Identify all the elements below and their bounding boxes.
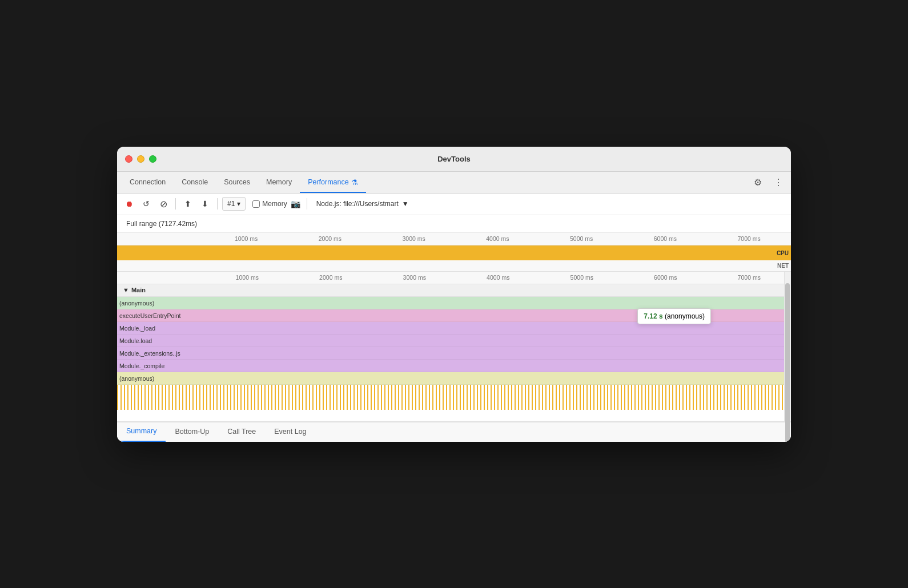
section-name: Main [131, 287, 146, 293]
separator-2 [217, 198, 218, 210]
flame-row-anonymous-2[interactable]: (anonymous) [117, 372, 791, 385]
flame-time-mark-1: 1000 ms [206, 274, 290, 281]
flame-time-mark-0 [122, 274, 206, 281]
timeline-area: 1000 ms 2000 ms 3000 ms 4000 ms 5000 ms … [117, 233, 791, 272]
download-button[interactable]: ⬇ [198, 196, 212, 211]
flame-ruler: 1000 ms 2000 ms 3000 ms 4000 ms 5000 ms … [117, 272, 791, 284]
tab-connection[interactable]: Connection [122, 171, 174, 193]
flame-block-module-ext: Module._extensions..js [117, 348, 784, 359]
tab-console[interactable]: Console [174, 171, 216, 193]
devtools-window: DevTools Connection Console Sources Memo… [117, 147, 791, 442]
tab-memory[interactable]: Memory [258, 171, 300, 193]
time-mark-5: 5000 ms [540, 235, 624, 242]
node-dropdown-button[interactable]: ▼ [402, 200, 409, 208]
close-button[interactable] [125, 155, 132, 163]
flask-icon: ⚗ [351, 178, 358, 187]
flame-row-module-ext[interactable]: Module._extensions..js [117, 347, 791, 360]
tabs-bar: Connection Console Sources Memory Perfor… [117, 172, 791, 194]
session-dropdown-icon: ▾ [237, 200, 240, 208]
separator-3 [307, 198, 307, 210]
capture-button[interactable]: 📷 [290, 198, 302, 210]
flame-time-mark-2: 2000 ms [289, 274, 373, 281]
node-selector: Node.js: file:///Users/stmart ▼ [316, 200, 409, 208]
flame-row-execute[interactable]: executeUserEntryPoint 7.12 s (anonymous) [117, 309, 791, 322]
flame-block-module-load: Module._load [117, 323, 784, 334]
clear-button[interactable]: ⊘ [156, 196, 171, 211]
titlebar: DevTools [117, 147, 791, 172]
content-area: Full range (7127.42ms) 1000 ms 2000 ms 3… [117, 215, 791, 442]
flame-time-mark-7: 7000 ms [708, 274, 792, 281]
reload-button[interactable]: ↺ [139, 196, 154, 211]
vertical-scrollbar[interactable] [784, 272, 791, 421]
time-mark-4: 4000 ms [456, 235, 540, 242]
memory-checkbox-label: Memory [262, 200, 287, 208]
toolbar: ⏺ ↺ ⊘ ⬆ ⬇ #1 ▾ Memory 📷 Node.js: file://… [117, 194, 791, 215]
traffic-lights [125, 155, 156, 163]
separator-1 [175, 198, 176, 210]
flame-time-mark-3: 3000 ms [373, 274, 457, 281]
flame-block-execute: executeUserEntryPoint [117, 310, 784, 321]
time-mark-0 [120, 235, 204, 242]
time-mark-1: 1000 ms [204, 235, 288, 242]
flame-row-empty [117, 410, 791, 421]
main-section-label: ▼ Main [117, 284, 791, 297]
tab-sources[interactable]: Sources [216, 171, 258, 193]
scrollbar-thumb[interactable] [785, 283, 790, 442]
net-bar: NET [117, 260, 791, 272]
session-selector[interactable]: #1 ▾ [222, 197, 246, 211]
flame-row-anonymous-1[interactable]: (anonymous) [117, 297, 791, 309]
maximize-button[interactable] [149, 155, 156, 163]
node-dropdown-icon: ▼ [402, 200, 409, 208]
memory-checkbox-area: Memory [252, 200, 287, 208]
session-label: #1 [227, 200, 235, 208]
bottom-tab-calltree[interactable]: Call Tree [218, 421, 265, 442]
tabs-right: ⚙ ⋮ [750, 174, 786, 190]
flame-block-anonymous-1: (anonymous) [117, 297, 784, 309]
bottom-tab-summary[interactable]: Summary [117, 421, 166, 442]
flame-time-mark-6: 6000 ms [624, 274, 708, 281]
flame-row-module-load[interactable]: Module._load [117, 322, 791, 335]
flame-dense-2 [117, 397, 791, 410]
window-title: DevTools [437, 155, 471, 163]
time-mark-6: 6000 ms [624, 235, 708, 242]
flame-row-module-load2[interactable]: Module.load [117, 335, 791, 347]
time-ruler-top: 1000 ms 2000 ms 3000 ms 4000 ms 5000 ms … [117, 233, 791, 245]
range-text: Full range (7127.42ms) [126, 220, 197, 228]
net-label: NET [777, 263, 789, 269]
bottom-tabs: Summary Bottom-Up Call Tree Event Log [117, 421, 791, 442]
node-label: Node.js: file:///Users/stmart [316, 200, 399, 208]
flame-row-module-compile[interactable]: Module._compile [117, 360, 791, 372]
tab-performance[interactable]: Performance ⚗ [300, 171, 366, 193]
bottom-tab-bottomup[interactable]: Bottom-Up [166, 421, 218, 442]
time-marks-flame: 1000 ms 2000 ms 3000 ms 4000 ms 5000 ms … [119, 274, 791, 281]
minimize-button[interactable] [137, 155, 144, 163]
upload-button[interactable]: ⬆ [180, 196, 195, 211]
cpu-label: CPU [777, 249, 789, 256]
record-button[interactable]: ⏺ [122, 196, 136, 211]
settings-button[interactable]: ⚙ [750, 174, 766, 190]
flame-area: 1000 ms 2000 ms 3000 ms 4000 ms 5000 ms … [117, 272, 791, 421]
memory-checkbox[interactable] [252, 200, 260, 208]
more-button[interactable]: ⋮ [770, 174, 786, 190]
flame-block-module-compile: Module._compile [117, 360, 784, 372]
bottom-tab-eventlog[interactable]: Event Log [265, 421, 315, 442]
flame-time-mark-5: 5000 ms [540, 274, 624, 281]
time-mark-3: 3000 ms [372, 235, 456, 242]
time-marks-top: 1000 ms 2000 ms 3000 ms 4000 ms 5000 ms … [118, 235, 791, 242]
flame-dense-1 [117, 385, 791, 397]
flame-rows: (anonymous) executeUserEntryPoint 7.12 s… [117, 297, 791, 421]
time-mark-7: 7000 ms [707, 235, 791, 242]
range-header: Full range (7127.42ms) [117, 215, 791, 233]
time-mark-2: 2000 ms [288, 235, 372, 242]
flame-time-mark-4: 4000 ms [456, 274, 540, 281]
flame-block-module-load2: Module.load [117, 335, 784, 347]
collapse-icon[interactable]: ▼ [123, 287, 129, 293]
cpu-bar: CPU [117, 245, 791, 260]
flame-block-anonymous-2: (anonymous) [117, 373, 784, 384]
